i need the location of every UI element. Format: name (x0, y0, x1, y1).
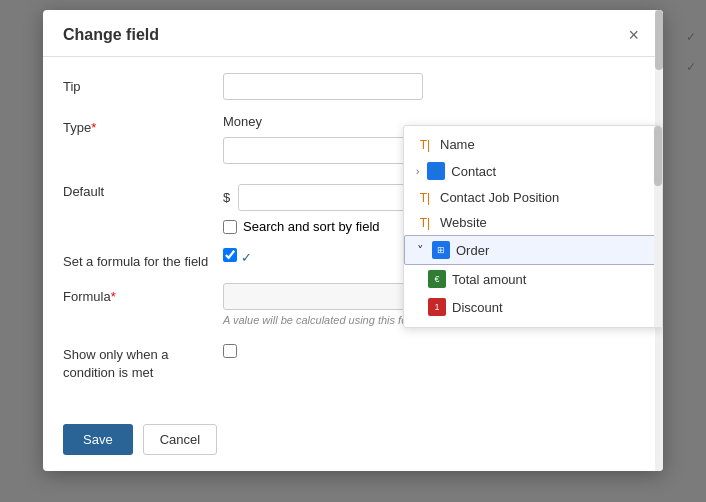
tip-input[interactable] (223, 73, 423, 100)
formula-checked-icon: ✓ (241, 250, 252, 265)
dropdown-item-discount[interactable]: 1 Discount (404, 293, 662, 321)
chevron-right-icon: › (416, 166, 419, 177)
condition-content (223, 340, 643, 361)
formula-label: Formula* (63, 283, 223, 304)
contact-icon: 👤 (427, 162, 445, 180)
total-icon: € (428, 270, 446, 288)
formula-toggle-label: Set a formula for the field (63, 248, 223, 269)
modal-title: Change field (63, 26, 159, 44)
dropdown-item-contact-job[interactable]: T| Contact Job Position (404, 185, 662, 210)
default-prefix: $ (223, 190, 230, 205)
chevron-down-icon: ˅ (417, 243, 424, 258)
modal-scrollbar-thumb (655, 10, 663, 70)
modal-footer: Save Cancel (43, 412, 663, 471)
dropdown-label-discount: Discount (452, 300, 503, 315)
dropdown-item-order[interactable]: ˅ ⊞ Order (404, 235, 662, 265)
dropdown-item-name[interactable]: T| Name (404, 132, 662, 157)
modal-overlay: Change field × Tip Type* Money (0, 0, 706, 502)
dropdown-scrollbar[interactable] (654, 126, 662, 327)
cancel-button[interactable]: Cancel (143, 424, 217, 455)
dropdown-item-website[interactable]: T| Website (404, 210, 662, 235)
modal-header: Change field × (43, 10, 663, 57)
tip-label: Tip (63, 73, 223, 94)
condition-row: Show only when a condition is met (63, 340, 643, 382)
discount-icon: 1 (428, 298, 446, 316)
text-icon-contact-job: T| (416, 191, 434, 205)
tip-row: Tip (63, 73, 643, 100)
dropdown-scrollbar-thumb (654, 126, 662, 186)
dropdown-panel: T| Name › 👤 Contact T| Contact Job Posit… (403, 125, 663, 328)
type-value: Money (223, 114, 262, 129)
condition-checkbox[interactable] (223, 344, 237, 358)
condition-label: Show only when a condition is met (63, 340, 223, 382)
save-button[interactable]: Save (63, 424, 133, 455)
dropdown-label-contact: Contact (451, 164, 496, 179)
text-icon-website: T| (416, 216, 434, 230)
text-icon-name: T| (416, 138, 434, 152)
dropdown-label-name: Name (440, 137, 475, 152)
modal-body: Tip Type* Money United States Dollar (43, 57, 663, 412)
dropdown-item-total-amount[interactable]: € Total amount (404, 265, 662, 293)
grid-icon: ⊞ (432, 241, 450, 259)
search-sort-checkbox[interactable] (223, 220, 237, 234)
modal-close-button[interactable]: × (624, 24, 643, 46)
tip-content (223, 73, 643, 100)
type-label: Type* (63, 114, 223, 135)
default-label: Default (63, 178, 223, 199)
dropdown-label-total-amount: Total amount (452, 272, 526, 287)
change-field-modal: Change field × Tip Type* Money (43, 10, 663, 471)
formula-checkbox[interactable] (223, 248, 237, 262)
dropdown-label-contact-job: Contact Job Position (440, 190, 559, 205)
dropdown-label-website: Website (440, 215, 487, 230)
dropdown-label-order: Order (456, 243, 489, 258)
dropdown-item-contact[interactable]: › 👤 Contact (404, 157, 662, 185)
search-sort-label: Search and sort by field (243, 219, 380, 234)
